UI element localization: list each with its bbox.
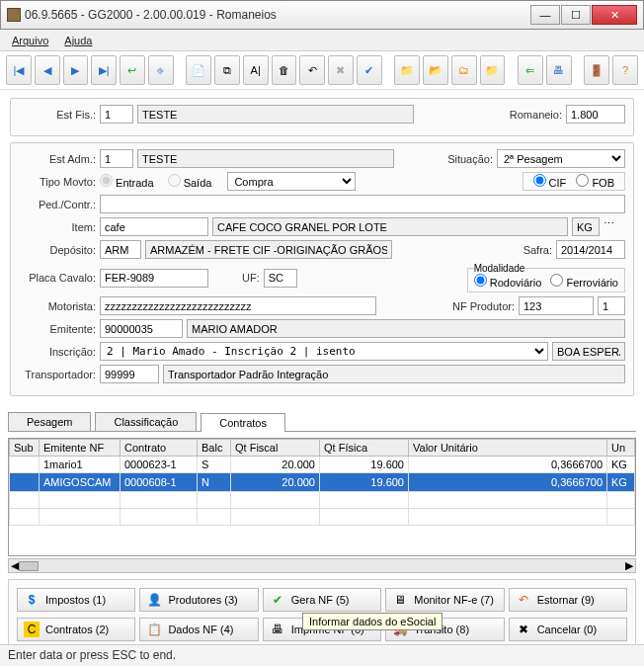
uf-input[interactable] — [264, 269, 297, 288]
first-icon[interactable]: |◀ — [6, 55, 32, 85]
emitente-label: Emitente: — [19, 323, 96, 335]
placa-input[interactable] — [100, 269, 208, 288]
cancelar-button[interactable]: ✖Cancelar (0) — [509, 618, 627, 641]
delete-icon[interactable]: 🗑 — [272, 55, 297, 85]
motorista-label: Motorista: — [19, 300, 96, 312]
transp-code-input[interactable] — [100, 365, 159, 383]
tab-pesagem[interactable]: Pesagem — [8, 412, 91, 431]
cif-radio[interactable]: CIF — [533, 174, 567, 189]
nf-prod-ser-input[interactable] — [598, 296, 625, 315]
safra-input[interactable] — [556, 240, 625, 259]
est-adm-label: Est Adm.: — [19, 153, 96, 165]
table-row[interactable] — [10, 509, 635, 526]
col-un[interactable]: Un — [607, 440, 635, 457]
undo-icon[interactable]: ↶ — [299, 55, 325, 85]
new-icon[interactable]: 📄 — [186, 55, 211, 85]
motorista-input[interactable] — [100, 296, 376, 315]
next-icon[interactable]: ▶ — [63, 55, 89, 85]
ped-contr-label: Ped./Contr.: — [19, 199, 96, 210]
deposito-label: Depósito: — [19, 244, 96, 256]
placa-label: Placa Cavalo: — [19, 272, 96, 284]
confirm-icon[interactable]: ✔ — [357, 55, 382, 85]
col-contrato[interactable]: Contrato — [121, 440, 198, 457]
contratos-button[interactable]: CContratos (2) — [17, 618, 135, 641]
horizontal-scrollbar[interactable]: ◀▶ — [8, 558, 636, 573]
prev-icon[interactable]: ◀ — [35, 55, 60, 85]
impostos-button[interactable]: $Impostos (1) — [17, 588, 135, 612]
print-icon[interactable]: 🖶 — [546, 55, 572, 85]
est-fis-code-input[interactable] — [100, 105, 133, 124]
edit-icon[interactable]: A| — [243, 55, 269, 85]
tooltip: Informar dados do eSocial — [302, 613, 443, 630]
item-lookup-icon[interactable]: ⋯ — [604, 217, 625, 236]
menu-ajuda[interactable]: Ajuda — [56, 33, 100, 48]
estornar-button[interactable]: ↶Estornar (9) — [509, 588, 627, 612]
est-adm-name — [137, 149, 394, 168]
uf-label: UF: — [242, 272, 260, 284]
rodoviario-radio[interactable]: Rodoviário — [474, 277, 542, 289]
last-icon[interactable]: ▶| — [91, 55, 117, 85]
item-code-input[interactable] — [100, 217, 208, 236]
emitente-code-input[interactable] — [100, 319, 183, 338]
folder3-icon[interactable]: 🗂 — [451, 55, 477, 85]
monitor-icon: 🖥 — [392, 592, 408, 608]
transp-name — [163, 365, 625, 383]
tab-classificacao[interactable]: Classificação — [95, 412, 197, 431]
maximize-button[interactable]: ☐ — [561, 5, 591, 25]
col-qtfiscal[interactable]: Qt Fiscal — [231, 440, 320, 457]
table-row[interactable] — [10, 492, 635, 509]
minimize-button[interactable]: — — [530, 5, 560, 25]
help-icon[interactable]: ? — [612, 55, 638, 85]
status-bar: Enter data or press ESC to end. — [0, 644, 644, 666]
cancel-icon: ✖ — [516, 622, 531, 637]
movto-type-select[interactable]: Compra — [227, 172, 356, 191]
geranf-button[interactable]: ✔Gera NF (5) — [263, 588, 381, 612]
col-emit[interactable]: Emitente NF — [40, 440, 121, 457]
deposito-code-input[interactable] — [100, 240, 141, 259]
menu-arquivo[interactable]: Arquivo — [4, 33, 56, 48]
inscricao-select[interactable]: 2 | Mario Amado - Inscrição 2 | isento — [100, 342, 548, 361]
tipo-movto-label: Tipo Movto: — [19, 176, 96, 188]
col-valunit[interactable]: Valor Unitário — [409, 440, 607, 457]
folder2-icon[interactable]: 📂 — [423, 55, 448, 85]
mail-icon: C — [24, 622, 40, 637]
inscricao-extra — [552, 342, 625, 361]
saida-radio[interactable]: Saída — [168, 174, 212, 189]
exit-icon[interactable]: 🚪 — [584, 55, 609, 85]
col-balc[interactable]: Balc — [198, 440, 231, 457]
goto-icon[interactable]: ⎆ — [148, 55, 174, 85]
produtores-button[interactable]: 👤Produtores (3) — [139, 588, 258, 612]
return-icon[interactable]: ↩ — [120, 55, 145, 85]
copy-icon[interactable]: ⧉ — [214, 55, 240, 85]
romaneio-input[interactable] — [566, 105, 625, 124]
nf-prod-input[interactable] — [519, 296, 594, 315]
contratos-grid[interactable]: Sub Emitente NF Contrato Balc Qt Fiscal … — [8, 438, 636, 556]
fob-radio[interactable]: FOB — [576, 174, 614, 189]
table-row[interactable]: AMIGOSCAM0000608-1 N20.00019.600 0,36667… — [10, 473, 635, 492]
entrada-radio[interactable]: Entrada — [100, 174, 154, 189]
nf-prod-label: NF Produtor: — [452, 300, 515, 312]
link-icon[interactable]: ⇐ — [518, 55, 543, 85]
person-icon: 👤 — [146, 592, 162, 608]
ferroviario-radio[interactable]: Ferroviário — [550, 277, 618, 289]
cancel-icon[interactable]: ✖ — [328, 55, 354, 85]
dadosnf-button[interactable]: 📋Dados NF (4) — [139, 618, 258, 641]
col-qtfisica[interactable]: Qt Física — [320, 440, 409, 457]
monitor-button[interactable]: 🖥Monitor NF-e (7) — [385, 588, 504, 612]
check-icon: ✔ — [270, 592, 285, 608]
inscricao-label: Inscrição: — [19, 346, 96, 358]
table-row[interactable]: 1mario10000623-1 S20.00019.600 0,3666700… — [10, 457, 635, 473]
window-title: 06.9.5665 - GG2000 - 2.00.00.019 - Roman… — [25, 8, 529, 22]
dollar-icon: $ — [24, 592, 40, 608]
est-adm-code-input[interactable] — [100, 149, 133, 168]
undo-icon: ↶ — [516, 592, 531, 608]
col-sub[interactable]: Sub — [10, 440, 40, 457]
folder1-icon[interactable]: 📁 — [394, 55, 420, 85]
situacao-select[interactable]: 2ª Pesagem — [497, 149, 625, 168]
ped-contr-input[interactable] — [100, 195, 625, 213]
tab-contratos[interactable]: Contratos — [201, 413, 285, 432]
folder-del-icon[interactable]: 📁 — [480, 55, 506, 85]
item-label: Item: — [19, 221, 96, 233]
close-button[interactable]: ✕ — [592, 5, 637, 25]
safra-label: Safra: — [523, 244, 552, 256]
